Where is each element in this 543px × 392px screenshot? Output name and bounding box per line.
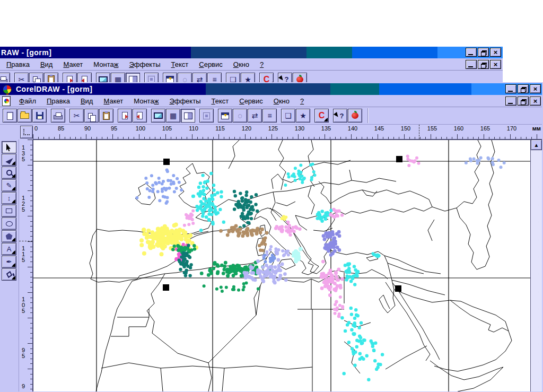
- menu-item-текст[interactable]: Текст: [206, 95, 234, 107]
- doc-minimize-button[interactable]: [505, 97, 516, 106]
- back-title-bar[interactable]: RAW - [gorm] ×: [0, 47, 503, 58]
- zoom-selection-button[interactable]: [199, 109, 214, 123]
- document-icon[interactable]: [2, 96, 11, 106]
- menu-item-эффекты[interactable]: Эффекты: [124, 59, 165, 70]
- hruler-label-100: 100: [136, 125, 145, 132]
- vruler-label-95: 95: [21, 347, 25, 359]
- menu-item-монтаж[interactable]: Монтаж: [128, 95, 164, 107]
- roll-up-dialogs-button[interactable]: [218, 109, 232, 123]
- menu-item-макет[interactable]: Макет: [58, 59, 88, 70]
- copy-button[interactable]: [84, 109, 99, 123]
- menu-item-сервис[interactable]: Сервис: [194, 59, 228, 70]
- import-button[interactable]: [118, 109, 132, 123]
- menu-item-окно[interactable]: Окно: [268, 95, 295, 107]
- zoom-tool-button[interactable]: [2, 167, 16, 179]
- menu-item-макет[interactable]: Макет: [98, 95, 128, 107]
- split-view-button[interactable]: [181, 109, 195, 123]
- cut-icon: ✂: [74, 111, 80, 120]
- vruler-label-115: 115: [21, 246, 25, 263]
- wireframe-view-button[interactable]: ▦: [166, 109, 180, 123]
- hruler-label-0: 0: [34, 125, 38, 132]
- recolor-c-icon: C: [319, 111, 325, 120]
- corel-apple-icon: [352, 112, 358, 119]
- menu-item-?[interactable]: ?: [295, 95, 309, 107]
- front-close-button[interactable]: ×: [530, 84, 541, 93]
- menu-item-правка[interactable]: Правка: [41, 95, 75, 107]
- open-folder-button[interactable]: [17, 109, 32, 123]
- ellipse-tool-button[interactable]: [2, 217, 16, 230]
- save-disk-icon: [36, 112, 43, 119]
- doc-close-button[interactable]: ×: [530, 97, 541, 106]
- back-minimize-button[interactable]: [466, 48, 477, 57]
- freehand-tool-button[interactable]: ✎: [2, 179, 16, 191]
- stack-pages-button[interactable]: ≡: [262, 109, 277, 123]
- dimension-tool-button[interactable]: ↕: [2, 192, 16, 204]
- background-coreldraw-window[interactable]: RAW - [gorm] × ПравкаВидМакетМонтажЭффек…: [0, 47, 503, 84]
- menu-item-сервис[interactable]: Сервис: [234, 95, 268, 107]
- horizontal-ruler[interactable]: мм 0859095100105110115120125130135140145…: [33, 125, 542, 140]
- menu-item-?[interactable]: ?: [255, 59, 269, 70]
- outline-pen-tool-button[interactable]: ✒: [2, 256, 16, 268]
- hruler-label-160: 160: [454, 125, 463, 132]
- text-tool-button[interactable]: A: [2, 243, 16, 255]
- context-help-button[interactable]: ?: [333, 109, 347, 123]
- polygon-tool-button[interactable]: [2, 230, 16, 242]
- back-restore-button[interactable]: [478, 48, 489, 57]
- menu-item-вид[interactable]: Вид: [75, 95, 99, 107]
- back-doc-close-button[interactable]: ×: [490, 60, 501, 69]
- menu-item-монтаж[interactable]: Монтаж: [88, 59, 124, 70]
- recolor-c-button[interactable]: C: [314, 109, 329, 123]
- paste-button[interactable]: [99, 109, 113, 123]
- back-doc-minimize-button[interactable]: [466, 60, 477, 69]
- outline-pen-tool-icon: ✒: [6, 258, 12, 266]
- hruler-label-165: 165: [480, 125, 490, 132]
- vruler-label-9: 9: [21, 384, 25, 389]
- doc-restore-button[interactable]: [518, 97, 529, 106]
- coreldraw-window[interactable]: CorelDRAW - [gorm] × ФайлПравкаВидМакетМ…: [0, 82, 543, 392]
- rectangle-tool-button[interactable]: [2, 205, 16, 217]
- vertical-ruler[interactable]: 135125115105959: [19, 140, 33, 391]
- save-disk-button[interactable]: [32, 109, 47, 123]
- menu-item-файл[interactable]: Файл: [14, 95, 41, 107]
- hruler-label-110: 110: [189, 125, 198, 132]
- printer-button[interactable]: [51, 109, 65, 123]
- selection-handles[interactable]: [163, 156, 402, 292]
- new-document-button[interactable]: [3, 109, 17, 123]
- hruler-label-155: 155: [427, 125, 437, 132]
- new-window-button[interactable]: ❏: [281, 109, 295, 123]
- menu-item-текст[interactable]: Текст: [166, 59, 194, 70]
- coreldraw-balloon-icon[interactable]: [3, 85, 12, 94]
- new-window-icon: ❏: [285, 111, 292, 120]
- export-button[interactable]: [133, 109, 147, 123]
- pick-tool-button[interactable]: [2, 141, 16, 153]
- new-document-icon: [7, 112, 13, 120]
- menu-item-вид[interactable]: Вид: [35, 59, 58, 70]
- menu-item-окно[interactable]: Окно: [228, 59, 255, 70]
- flip-pages-button[interactable]: ⇄: [248, 109, 262, 123]
- menu-item-правка[interactable]: Правка: [1, 59, 35, 70]
- screen-preview-icon: [154, 112, 163, 119]
- toolbox-header: [0, 125, 19, 140]
- cut-button[interactable]: ✂: [69, 109, 84, 123]
- back-close-button[interactable]: ×: [490, 48, 501, 57]
- menu-item-эффекты[interactable]: Эффекты: [164, 95, 206, 107]
- front-title-bar[interactable]: CorelDRAW - [gorm] ×: [0, 83, 542, 95]
- back-doc-restore-button[interactable]: [478, 60, 489, 69]
- shape-tool-button[interactable]: [2, 154, 16, 166]
- vertical-scrollbar[interactable]: ▲: [530, 140, 542, 391]
- window-star-button[interactable]: ★: [296, 109, 310, 123]
- fill-tool-button[interactable]: [2, 268, 16, 281]
- corel-apple-button[interactable]: [348, 109, 362, 123]
- node-circle-button[interactable]: ◌: [233, 109, 247, 123]
- shape-tool-icon: [5, 156, 13, 164]
- scroll-up-button[interactable]: ▲: [531, 140, 542, 150]
- screen-preview-button[interactable]: [151, 109, 165, 123]
- hruler-label-130: 130: [295, 125, 304, 132]
- drawing-canvas[interactable]: [33, 140, 530, 391]
- fill-tool-icon: [6, 271, 12, 278]
- front-minimize-button[interactable]: [505, 84, 516, 93]
- ruler-origin-button[interactable]: [20, 126, 33, 138]
- polygon-tool-icon: [6, 233, 13, 240]
- vruler-label-135: 135: [21, 145, 25, 162]
- front-restore-button[interactable]: [518, 84, 529, 93]
